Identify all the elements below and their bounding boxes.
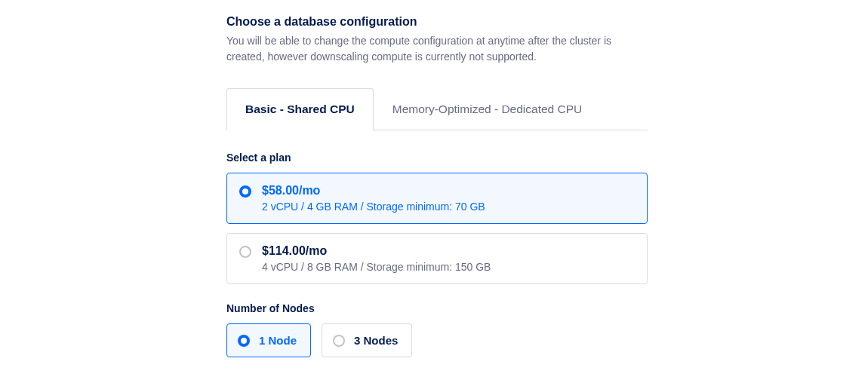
tab-memory-optimized[interactable]: Memory-Optimized - Dedicated CPU xyxy=(374,88,602,130)
node-label: 1 Node xyxy=(259,334,297,347)
radio-icon xyxy=(238,335,250,347)
node-label: 3 Nodes xyxy=(354,334,398,347)
plan-option-1[interactable]: $114.00/mo 4 vCPU / 8 GB RAM / Storage m… xyxy=(226,233,648,284)
node-options: 1 Node 3 Nodes xyxy=(226,323,648,357)
plan-section-label: Select a plan xyxy=(226,152,648,164)
plan-price: $114.00/mo xyxy=(262,244,491,258)
radio-icon xyxy=(239,246,251,258)
plan-option-0[interactable]: $58.00/mo 2 vCPU / 4 GB RAM / Storage mi… xyxy=(226,173,648,224)
node-option-3[interactable]: 3 Nodes xyxy=(322,323,412,357)
node-option-1[interactable]: 1 Node xyxy=(226,323,311,357)
plan-specs: 4 vCPU / 8 GB RAM / Storage minimum: 150… xyxy=(262,261,491,273)
plan-options: $58.00/mo 2 vCPU / 4 GB RAM / Storage mi… xyxy=(226,173,648,284)
section-description: You will be able to change the compute c… xyxy=(226,33,648,65)
radio-icon xyxy=(239,185,251,198)
plan-price: $58.00/mo xyxy=(262,184,485,198)
radio-icon xyxy=(333,335,345,347)
plan-specs: 2 vCPU / 4 GB RAM / Storage minimum: 70 … xyxy=(262,201,485,213)
tab-basic-shared-cpu[interactable]: Basic - Shared CPU xyxy=(226,88,374,130)
nodes-section-label: Number of Nodes xyxy=(226,302,648,314)
section-title: Choose a database configuration xyxy=(226,15,648,29)
config-tabs: Basic - Shared CPU Memory-Optimized - De… xyxy=(226,87,648,130)
